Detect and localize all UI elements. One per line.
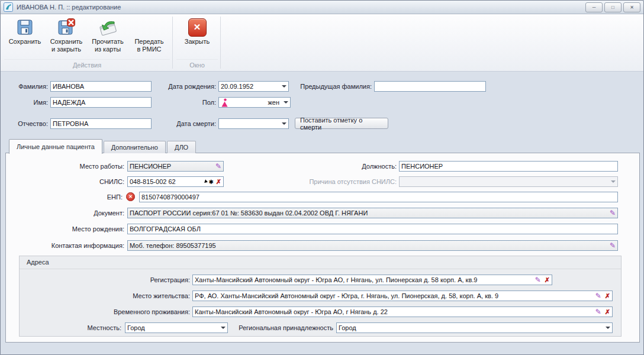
personal-data-panel: Место работы: ПЕНСИОНЕР ✎ Должность: ПЕН…	[5, 153, 640, 343]
edit-pencil-icon[interactable]: ✎	[215, 163, 221, 170]
window-controls: ─ □ ✕	[585, 2, 640, 12]
tab-additional[interactable]: Дополнительно	[104, 141, 166, 153]
tab-personal-data[interactable]: Личные данные пациента	[9, 139, 102, 154]
minimize-button[interactable]: ─	[585, 2, 603, 12]
death-mark-button[interactable]: Поставить отметку о смерти	[295, 118, 388, 129]
prev-last-name-input[interactable]	[374, 81, 486, 92]
document-label: Документ:	[59, 209, 124, 217]
edit-pencil-icon[interactable]: ✎	[595, 308, 601, 315]
residence-address-field[interactable]: РФ, АО. Ханты-Мансийский Автономный окру…	[192, 291, 613, 301]
ribbon-group-window-label: Окно	[176, 59, 218, 71]
temporary-address-field[interactable]: Канты-Мансийский Автономный округ - Югра…	[192, 306, 613, 317]
save-floppy-icon	[15, 18, 34, 37]
snils-reason-combo	[399, 176, 618, 187]
enp-error-icon: ✕	[126, 192, 135, 201]
save-button[interactable]: Сохранить	[4, 16, 46, 47]
delete-address-icon[interactable]: ✗	[545, 276, 550, 284]
save-close-label2: и закрыть	[51, 46, 81, 53]
close-red-icon: ✕	[188, 18, 207, 37]
regional-combo[interactable]: Город	[336, 322, 613, 333]
locality-combo[interactable]: Город	[125, 322, 228, 333]
read-card-label: Прочитать	[92, 38, 123, 45]
send-to-rmis-button[interactable]: Передать в РМИС	[128, 16, 170, 55]
tab-strip: Личные данные пациента Дополнительно ДЛО	[9, 138, 197, 153]
read-card-icon	[98, 18, 117, 37]
last-name-input[interactable]: ИВАНОВА	[50, 81, 152, 92]
position-input[interactable]: ПЕНСИОНЕР	[399, 161, 618, 172]
first-name-input[interactable]: НАДЕЖДА	[50, 97, 152, 108]
birth-place-label: Место рождения:	[41, 225, 124, 233]
locality-label: Местность:	[62, 324, 121, 332]
send-rmis-label: Передать	[134, 38, 163, 45]
chevron-down-icon	[611, 180, 616, 183]
snils-clear-icon[interactable]: ✗	[216, 178, 221, 186]
birth-date-label: Дата рождения:	[160, 83, 216, 91]
snils-input[interactable]: 048-815-002 62 ✱ ✗	[127, 176, 224, 187]
position-label: Должность:	[302, 163, 397, 170]
save-and-close-floppy-icon	[57, 18, 76, 37]
ribbon-group-actions: Сохранить Сохранить	[1, 14, 172, 71]
middle-name-label: Отчество:	[7, 120, 48, 128]
contact-info-label: Контактая информация:	[30, 242, 124, 250]
window-title: ИВАНОВА Н. П. :: редактирование	[17, 4, 585, 11]
read-card-label2: из карты	[95, 46, 121, 53]
prev-last-name-label: Предыдущая фамилия:	[294, 83, 372, 91]
gender-female-icon	[221, 98, 228, 107]
addresses-group-label: Адреса	[20, 256, 621, 269]
addresses-group: Адреса Регистрация: Ханты-Мансийский Авт…	[19, 256, 622, 337]
enp-input[interactable]: 8150740879000497	[139, 192, 618, 202]
close-window-button[interactable]: ✕	[623, 2, 640, 12]
gender-label: Пол:	[175, 99, 216, 106]
save-close-label: Сохранить	[50, 38, 83, 45]
birth-date-combo[interactable]: 20.09.1952	[218, 81, 289, 92]
send-rmis-label2: в РМИС	[137, 46, 161, 53]
delete-address-icon[interactable]: ✗	[605, 292, 610, 300]
ribbon-group-actions-label: Действия	[4, 59, 170, 71]
maximize-button[interactable]: □	[604, 2, 622, 12]
edit-pencil-icon[interactable]: ✎	[610, 209, 616, 217]
birth-place-input[interactable]: ВОЛГОГРАДСКАЯ ОБЛ	[127, 224, 618, 234]
tab-dlo[interactable]: ДЛО	[167, 141, 196, 153]
work-place-label: Место работы:	[30, 163, 124, 170]
residence-label: Место жительства:	[96, 292, 190, 300]
app-window: ИВАНОВА Н. П. :: редактирование ─ □ ✕	[0, 0, 644, 355]
regional-label: Региональная принадлежность	[221, 324, 333, 332]
ribbon-separator	[220, 17, 221, 69]
chevron-down-icon[interactable]	[606, 327, 610, 329]
ribbon-toolbar: Сохранить Сохранить	[1, 14, 643, 72]
enp-label: ЕНП:	[77, 193, 123, 201]
registration-address-field[interactable]: Ханты-Мансийский Автономный округ - Югра…	[192, 275, 552, 285]
work-place-field[interactable]: ПЕНСИОНЕР ✎	[127, 161, 224, 172]
death-date-combo[interactable]	[218, 118, 289, 129]
snils-pick-cursor-icon[interactable]	[205, 179, 209, 183]
snils-reason-label: Причина отсутствия СНИЛС:	[266, 178, 397, 186]
ribbon-group-window: ✕ Закрыть Окно	[173, 14, 220, 71]
app-logo-icon	[4, 2, 13, 12]
delete-address-icon[interactable]: ✗	[605, 308, 610, 316]
save-and-close-button[interactable]: Сохранить и закрыть	[46, 16, 87, 55]
titlebar: ИВАНОВА Н. П. :: редактирование ─ □ ✕	[1, 1, 643, 14]
snils-label: СНИЛС:	[65, 178, 124, 186]
chevron-down-icon[interactable]	[282, 85, 286, 88]
gender-combo[interactable]: жен	[218, 97, 291, 108]
close-form-label: Закрыть	[185, 38, 210, 45]
temporary-label: Временного проживания:	[85, 308, 190, 316]
chevron-down-icon[interactable]	[284, 101, 288, 104]
edit-pencil-icon[interactable]: ✎	[535, 276, 541, 283]
middle-name-input[interactable]: ПЕТРОВНА	[50, 118, 152, 129]
save-button-label: Сохранить	[9, 38, 41, 45]
chevron-down-icon[interactable]	[282, 122, 286, 125]
edit-pencil-icon[interactable]: ✎	[610, 242, 616, 249]
document-field[interactable]: ПАСПОРТ РОССИИ серия:67 01 №: 583630 выд…	[127, 208, 618, 218]
read-from-card-button[interactable]: Прочитать из карты	[87, 16, 128, 55]
registration-label: Регистрация:	[108, 276, 190, 284]
last-name-label: Фамилия:	[7, 83, 48, 91]
send-rmis-empty-icon	[140, 18, 159, 37]
close-form-button[interactable]: ✕ Закрыть	[176, 16, 218, 47]
edit-pencil-icon[interactable]: ✎	[595, 292, 601, 299]
snils-pick-asterisk-icon[interactable]: ✱	[208, 179, 213, 185]
contact-info-field[interactable]: Моб. телефон: 89505377195 ✎	[127, 240, 618, 251]
death-date-label: Дата смерти:	[160, 120, 216, 128]
first-name-label: Имя:	[7, 99, 48, 106]
